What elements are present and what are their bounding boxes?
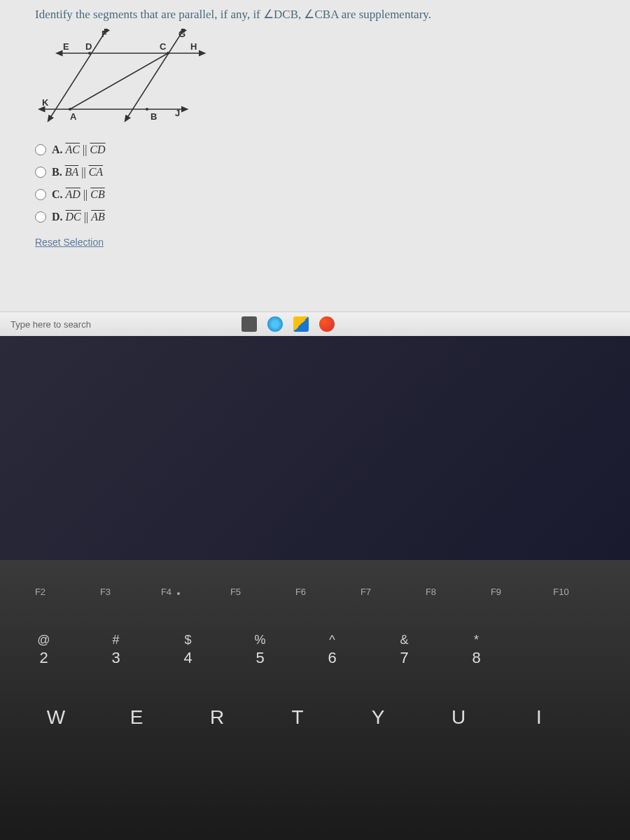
function-key-row: F2 F3 F4 F5 F6 F7 F8 F9 F10 bbox=[0, 560, 630, 610]
quiz-content: Identify the segments that are parallel,… bbox=[0, 0, 630, 312]
task-view-icon[interactable] bbox=[241, 316, 257, 332]
windows-taskbar: Type here to search bbox=[0, 312, 630, 336]
question-text: Identify the segments that are parallel,… bbox=[35, 7, 595, 22]
key-e[interactable]: E bbox=[108, 701, 164, 734]
svg-line-2 bbox=[49, 32, 105, 120]
f6-key[interactable]: F6 bbox=[274, 581, 327, 603]
svg-text:A: A bbox=[70, 111, 77, 122]
f5-key[interactable]: F5 bbox=[209, 581, 262, 603]
key-8[interactable]: *8 bbox=[447, 627, 506, 673]
browser-window: Identify the segments that are parallel,… bbox=[0, 0, 630, 336]
key-u[interactable]: U bbox=[430, 701, 486, 734]
letter-key-row: W E R T Y U I bbox=[0, 680, 630, 741]
taskbar-icons bbox=[241, 316, 335, 332]
radio-d[interactable] bbox=[35, 211, 46, 223]
radio-b[interactable] bbox=[35, 167, 46, 178]
key-4[interactable]: $4 bbox=[158, 627, 218, 673]
svg-point-16 bbox=[167, 52, 169, 55]
key-3[interactable]: #3 bbox=[86, 627, 146, 673]
answer-options: A. AC || CD B. BA || CA C. AD || CB bbox=[35, 144, 595, 223]
key-7[interactable]: &7 bbox=[374, 627, 434, 673]
keyboard: F2 F3 F4 F5 F6 F7 F8 F9 F10 @2 #3 $4 %5 … bbox=[0, 560, 630, 840]
svg-text:E: E bbox=[63, 41, 69, 52]
geometry-diagram: E D F C G H K A B J bbox=[35, 29, 217, 127]
svg-text:F: F bbox=[102, 29, 107, 39]
radio-c[interactable] bbox=[35, 189, 46, 200]
key-r[interactable]: R bbox=[189, 701, 245, 734]
svg-point-17 bbox=[69, 108, 71, 111]
key-y[interactable]: Y bbox=[350, 701, 406, 734]
svg-text:H: H bbox=[190, 41, 197, 52]
svg-point-15 bbox=[88, 52, 91, 55]
app-icon[interactable] bbox=[319, 316, 335, 332]
radio-a[interactable] bbox=[35, 144, 46, 155]
key-2[interactable]: @2 bbox=[14, 627, 74, 673]
laptop-bezel bbox=[0, 336, 630, 560]
option-d[interactable]: D. DC || AB bbox=[35, 211, 595, 223]
key-5[interactable]: %5 bbox=[230, 627, 290, 673]
search-input[interactable]: Type here to search bbox=[10, 319, 91, 330]
f9-key[interactable]: F9 bbox=[470, 581, 522, 603]
svg-text:K: K bbox=[42, 97, 49, 108]
svg-line-3 bbox=[126, 32, 182, 120]
f4-key[interactable]: F4 bbox=[144, 581, 197, 603]
number-key-row: @2 #3 $4 %5 ^6 &7 *8 bbox=[0, 610, 630, 680]
option-c[interactable]: C. AD || CB bbox=[35, 188, 595, 201]
key-6[interactable]: ^6 bbox=[302, 627, 362, 673]
f8-key[interactable]: F8 bbox=[405, 581, 457, 603]
f7-key[interactable]: F7 bbox=[340, 581, 392, 603]
key-i[interactable]: I bbox=[511, 701, 567, 734]
option-a[interactable]: A. AC || CD bbox=[35, 144, 595, 156]
svg-line-4 bbox=[70, 53, 168, 109]
svg-text:C: C bbox=[160, 41, 167, 52]
f3-key[interactable]: F3 bbox=[79, 581, 132, 603]
svg-text:G: G bbox=[178, 29, 186, 39]
svg-text:J: J bbox=[175, 108, 180, 118]
svg-text:B: B bbox=[150, 111, 157, 122]
file-explorer-icon[interactable] bbox=[293, 316, 309, 332]
dot-icon bbox=[177, 592, 180, 595]
key-w[interactable]: W bbox=[28, 701, 84, 734]
f10-key[interactable]: F10 bbox=[535, 581, 587, 603]
edge-icon[interactable] bbox=[267, 316, 283, 332]
svg-text:D: D bbox=[85, 41, 92, 52]
key-t[interactable]: T bbox=[270, 701, 326, 734]
svg-point-18 bbox=[146, 108, 148, 111]
f2-key[interactable]: F2 bbox=[14, 581, 66, 603]
reset-selection-link[interactable]: Reset Selection bbox=[35, 237, 104, 248]
option-b[interactable]: B. BA || CA bbox=[35, 166, 595, 178]
